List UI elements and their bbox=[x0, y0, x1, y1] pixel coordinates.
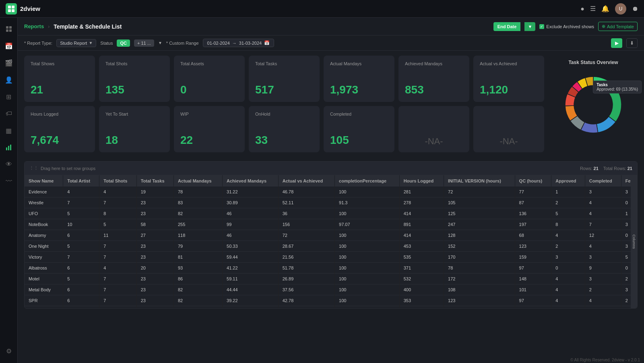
date-start: 01-02-2024 bbox=[207, 41, 230, 46]
donut-chart: Tasks Approved: 69 (13.35%) bbox=[557, 68, 630, 141]
table-row[interactable]: One Night57237950.3328.67100453152123243 bbox=[25, 241, 637, 252]
svg-rect-0 bbox=[8, 6, 11, 8]
sidebar-item-wave[interactable]: 〰 bbox=[2, 174, 16, 189]
tooltip-title: Tasks bbox=[597, 83, 638, 87]
sidebar-item-grid[interactable] bbox=[2, 22, 16, 36]
table-row[interactable]: SPR67238239.2242.7810035312397442 bbox=[25, 295, 637, 306]
header-bar: Reports › Template & Schedule List End D… bbox=[18, 18, 644, 35]
status-more-badge[interactable]: + 11 ... bbox=[134, 39, 154, 47]
report-type-select[interactable]: Studio Report ▼ bbox=[56, 39, 96, 47]
table-area: ⋮⋮ Drag here to set row groups Rows: 21 … bbox=[24, 161, 638, 309]
col-header-total-shots[interactable]: Total Shots bbox=[99, 175, 137, 187]
stats-row-1: Total Shows21Total Shots135Total Assets0… bbox=[24, 56, 544, 102]
stats-row-2: Hours Logged7,674Yet To Start18WIP22OnHo… bbox=[24, 106, 544, 152]
col-header-completed[interactable]: Completed bbox=[585, 175, 621, 187]
app-title: 2dview bbox=[20, 5, 40, 12]
filter-bar: * Report Type: Studio Report ▼ Status QC… bbox=[18, 35, 644, 51]
stat-card-actual-vs-achieved: Actual vs Achieved1,120 bbox=[473, 56, 544, 102]
sidebar-item-table[interactable]: ▦ bbox=[2, 123, 16, 138]
svg-rect-10 bbox=[10, 145, 11, 150]
table-row[interactable]: Victory77238159.4421.56100535170159335 bbox=[25, 252, 637, 263]
svg-rect-5 bbox=[9, 26, 12, 29]
date-end: 31-03-2024 bbox=[239, 41, 262, 46]
end-date-button[interactable]: End Date bbox=[493, 22, 521, 31]
col-header-achieved-mandays[interactable]: Achieved Mandays bbox=[223, 175, 279, 187]
tooltip-value: Approved: 69 (13.35%) bbox=[597, 87, 638, 91]
col-header-initial-version-(hours)[interactable]: INITIAL VERSION (hours) bbox=[444, 175, 515, 187]
menu-icon[interactable]: ☰ bbox=[590, 5, 596, 12]
status-qc-badge[interactable]: QC bbox=[117, 39, 130, 47]
bell-icon[interactable]: 🔔 bbox=[601, 5, 609, 12]
stat-card-wip: WIP22 bbox=[174, 106, 245, 152]
table-row[interactable]: NoteBook105582559915697.07891247197873 bbox=[25, 219, 637, 230]
table-scroll[interactable]: Show NameTotal ArtistTotal ShotsTotal Ta… bbox=[25, 175, 637, 308]
sidebar-item-chart[interactable] bbox=[2, 140, 16, 155]
col-header-completionpercentage[interactable]: completionPercentage bbox=[335, 175, 400, 187]
table-row[interactable]: UFO5823824636100414125136541 bbox=[25, 208, 637, 219]
sidebar-item-tag[interactable]: 🏷 bbox=[2, 106, 16, 121]
donut-tooltip: Tasks Approved: 69 (13.35%) bbox=[593, 81, 642, 93]
col-header-hours-logged[interactable]: Hours Logged bbox=[399, 175, 444, 187]
sidebar: 📅 🎬 👤 ⊞ 🏷 ▦ 👁 〰 ⚙ bbox=[0, 18, 18, 363]
table-row[interactable]: Metal Body67238244.4437.5610040010810142… bbox=[25, 284, 637, 295]
chart-area: Task Status Overview Tasks Approved: 69 … bbox=[549, 56, 638, 145]
end-date-dropdown[interactable]: ▼ bbox=[524, 22, 535, 31]
stat-card-yet-to-start: Yet To Start18 bbox=[99, 106, 170, 152]
stat-card-na: -NA- bbox=[398, 106, 469, 152]
table-row[interactable]: Albatross64209341.2251.781003717897090 bbox=[25, 263, 637, 274]
svg-rect-1 bbox=[12, 6, 14, 8]
reports-link[interactable]: Reports bbox=[24, 23, 44, 29]
col-header-fe[interactable]: Fe bbox=[621, 175, 637, 187]
stats-area: Total Shows21Total Shots135Total Assets0… bbox=[18, 51, 644, 161]
sidebar-item-film[interactable]: 🎬 bbox=[2, 56, 16, 70]
stat-card-total-shows: Total Shows21 bbox=[24, 56, 95, 102]
stat-card-total-assets: Total Assets0 bbox=[174, 56, 245, 102]
col-header-approved[interactable]: Approved bbox=[551, 175, 585, 187]
exclude-checkbox[interactable]: ✓ bbox=[539, 24, 544, 29]
col-header-show-name[interactable]: Show Name bbox=[25, 175, 63, 187]
table-row[interactable]: Evidence44197831.2246.781002817277133 bbox=[25, 187, 637, 197]
sidebar-item-calendar[interactable]: 📅 bbox=[2, 39, 16, 53]
download-button[interactable]: ⬇ bbox=[626, 38, 638, 48]
table-row[interactable]: Motel57238659.1126.89100532172148432 bbox=[25, 274, 637, 284]
run-button[interactable]: ▶ bbox=[611, 38, 622, 48]
date-range-picker[interactable]: 01-02-2024 → 31-03-2024 📅 bbox=[203, 39, 275, 47]
stat-card-completed: Completed105 bbox=[324, 106, 394, 152]
stat-card-achieved-mandays: Achieved Mandays853 bbox=[398, 56, 469, 102]
status-dropdown-arrow[interactable]: ▼ bbox=[158, 41, 162, 45]
svg-rect-7 bbox=[9, 29, 12, 32]
stat-card-total-shots: Total Shots135 bbox=[99, 56, 170, 102]
col-header-total-artist[interactable]: Total Artist bbox=[63, 175, 99, 187]
topnav-left: 2dview bbox=[6, 3, 40, 15]
svg-rect-8 bbox=[6, 147, 7, 150]
exclude-label: Exclude Archived shows bbox=[546, 24, 594, 29]
columns-indicator[interactable]: Columns bbox=[631, 175, 637, 308]
table-row[interactable]: Anatomy611271184672100414128684120 bbox=[25, 230, 637, 241]
avatar[interactable]: U bbox=[615, 3, 626, 15]
user-icon[interactable]: ● bbox=[580, 5, 584, 12]
sidebar-item-eye[interactable]: 👁 bbox=[2, 157, 16, 172]
table-row[interactable]: Wrestle77238330.8952.1191.327810587240 bbox=[25, 197, 637, 208]
col-header-total-tasks[interactable]: Total Tasks bbox=[136, 175, 173, 187]
footer: © All Rights Reserved. 2dview - v 2.0.1 bbox=[566, 357, 644, 363]
stat-card-onhold: OnHold33 bbox=[249, 106, 320, 152]
stats-cards: Total Shows21Total Shots135Total Assets0… bbox=[24, 56, 544, 156]
topnav-right: ● ☰ 🔔 U ⏺ bbox=[580, 3, 638, 15]
app-logo bbox=[6, 3, 17, 15]
breadcrumb-sep: › bbox=[48, 24, 50, 29]
sidebar-item-layout[interactable]: ⊞ bbox=[2, 89, 16, 104]
page-title: Template & Schedule List bbox=[54, 23, 122, 30]
stat-card-na: -NA- bbox=[473, 106, 544, 152]
sidebar-item-person[interactable]: 👤 bbox=[2, 73, 16, 87]
add-template-button[interactable]: ⊕ Add Template bbox=[598, 22, 638, 31]
col-header-qc-(hours)[interactable]: QC (hours) bbox=[515, 175, 551, 187]
col-header-actual-vs-achieved[interactable]: Actual vs Achieved bbox=[278, 175, 334, 187]
sidebar-item-settings[interactable]: ⚙ bbox=[2, 344, 16, 358]
table-row[interactable]: F12910268840.4447.56100364119101332 bbox=[25, 306, 637, 309]
stat-card-total-tasks: Total Tasks517 bbox=[249, 56, 320, 102]
svg-rect-9 bbox=[8, 146, 9, 150]
col-header-actual-mandays[interactable]: Actual Mandays bbox=[173, 175, 222, 187]
power-icon[interactable]: ⏺ bbox=[632, 5, 638, 12]
svg-rect-4 bbox=[6, 26, 8, 29]
add-template-icon: ⊕ bbox=[602, 24, 605, 29]
